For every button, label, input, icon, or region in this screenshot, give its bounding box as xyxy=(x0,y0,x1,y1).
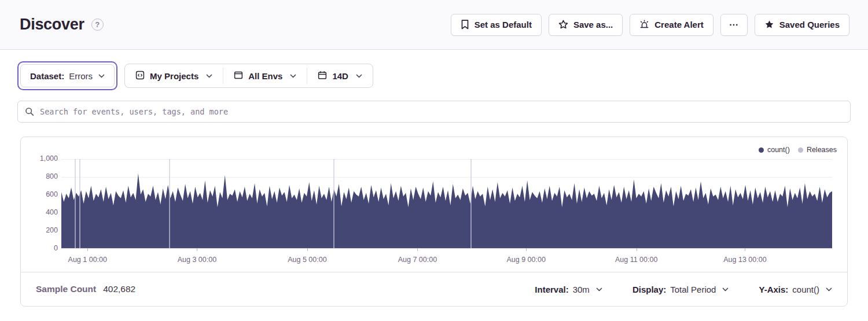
filter-row: Dataset: Errors My Projects All Envs 14D xyxy=(17,61,868,90)
y-tick-label: 600 xyxy=(21,190,58,198)
chevron-down-icon xyxy=(722,287,729,292)
chevron-down-icon xyxy=(98,74,105,78)
x-tick-label: Aug 13 00:00 xyxy=(723,256,766,264)
page-filter-bar: My Projects All Envs 14D xyxy=(124,64,373,88)
siren-icon xyxy=(639,20,649,29)
chevron-down-icon xyxy=(206,74,212,78)
header-toolbar: Set as Default Save as... Create Alert ⋯… xyxy=(451,14,849,36)
x-tick-label: Aug 5 00:00 xyxy=(288,256,326,264)
x-axis-tick xyxy=(417,248,418,251)
y-tick-label: 200 xyxy=(21,226,58,234)
legend-item-count[interactable]: count() xyxy=(759,146,790,154)
x-axis-tick xyxy=(526,248,527,251)
search-input[interactable] xyxy=(40,107,843,116)
search-icon xyxy=(25,107,34,116)
x-tick-label: Aug 1 00:00 xyxy=(68,256,107,264)
x-axis-tick xyxy=(307,248,308,251)
create-alert-button[interactable]: Create Alert xyxy=(630,14,713,36)
y-tick-label: 1,000 xyxy=(21,154,58,163)
date-range-dropdown[interactable]: 14D xyxy=(307,64,373,87)
page-header: Discover ? Set as Default Save as... Cre… xyxy=(0,0,868,50)
x-axis-tick xyxy=(197,248,197,251)
save-as-button[interactable]: Save as... xyxy=(549,14,623,36)
release-marker-line[interactable] xyxy=(333,159,334,248)
release-marker-line[interactable] xyxy=(79,159,80,248)
set-as-default-button[interactable]: Set as Default xyxy=(451,14,542,36)
x-axis-tick xyxy=(637,248,637,251)
count-series-dot xyxy=(759,147,764,153)
y-tick-label: 800 xyxy=(21,172,58,180)
legend-item-releases[interactable]: Releases xyxy=(798,146,837,154)
calendar-icon xyxy=(318,71,327,82)
sample-count: Sample Count 402,682 xyxy=(36,284,135,294)
release-marker-line[interactable] xyxy=(75,159,76,248)
x-axis-labels: Aug 1 00:00Aug 3 00:00Aug 5 00:00Aug 7 0… xyxy=(61,256,832,267)
count-area-series xyxy=(61,159,832,248)
release-marker-line[interactable] xyxy=(470,159,472,248)
bookmark-icon xyxy=(461,20,469,29)
area-chart[interactable] xyxy=(61,159,832,249)
x-tick-label: Aug 11 00:00 xyxy=(615,256,657,264)
dataset-focus-ring: Dataset: Errors xyxy=(17,61,117,90)
x-tick-label: Aug 7 00:00 xyxy=(398,256,437,264)
window-icon xyxy=(234,71,243,82)
chevron-down-icon xyxy=(290,74,296,78)
y-axis-labels: 02004006008001,000 xyxy=(21,159,58,249)
ellipsis-icon: ⋯ xyxy=(729,19,739,30)
chevron-down-icon xyxy=(826,287,832,292)
x-tick-label: Aug 3 00:00 xyxy=(178,256,216,264)
x-axis-tick xyxy=(87,248,88,251)
environment-filter-dropdown[interactable]: All Envs xyxy=(223,64,307,87)
project-icon xyxy=(135,71,145,82)
chevron-down-icon xyxy=(356,74,362,78)
chart-legend: count() Releases xyxy=(759,146,837,154)
x-tick-label: Aug 9 00:00 xyxy=(506,256,545,264)
project-filter-dropdown[interactable]: My Projects xyxy=(125,64,223,87)
display-dropdown[interactable]: Display: Total Period xyxy=(632,285,729,294)
events-chart-panel: count() Releases 02004006008001,000 Aug … xyxy=(20,136,848,307)
star-filled-icon xyxy=(764,20,774,29)
y-axis-dropdown[interactable]: Y-Axis: count() xyxy=(759,285,832,294)
interval-dropdown[interactable]: Interval: 30m xyxy=(535,285,602,294)
x-axis-tick xyxy=(745,248,745,251)
more-options-button[interactable]: ⋯ xyxy=(720,14,748,36)
search-bar xyxy=(17,101,851,123)
releases-series-dot xyxy=(798,147,803,153)
chart-controls: Interval: 30m Display: Total Period Y-Ax… xyxy=(535,285,832,294)
y-tick-label: 400 xyxy=(21,208,58,216)
help-icon[interactable]: ? xyxy=(91,19,104,31)
release-marker-line[interactable] xyxy=(169,159,170,248)
star-outline-icon xyxy=(558,20,568,29)
dataset-dropdown[interactable]: Dataset: Errors xyxy=(20,64,115,87)
chart-footer: Sample Count 402,682 Interval: 30m Displ… xyxy=(21,272,847,306)
page-title: Discover xyxy=(20,16,84,34)
chevron-down-icon xyxy=(596,287,602,292)
y-tick-label: 0 xyxy=(21,244,58,252)
saved-queries-button[interactable]: Saved Queries xyxy=(755,14,849,36)
